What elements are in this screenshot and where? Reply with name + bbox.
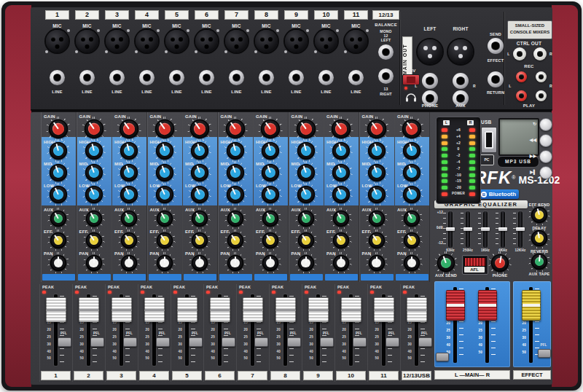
channel-5-gain-knob[interactable] [190,119,209,138]
channel-7-fader[interactable] [243,297,263,322]
channel-6-pfl-button[interactable] [222,337,235,347]
media-repeat-button[interactable] [539,118,552,131]
media-next-button[interactable] [539,150,552,163]
channel-1-high-knob[interactable] [50,142,67,160]
channel-9-high-knob[interactable] [332,142,350,160]
channel-2-low-knob[interactable] [85,186,103,203]
channel-10-aux-knob[interactable] [369,211,385,227]
channel-10-eff-knob[interactable] [369,232,385,248]
media-previous-button[interactable] [539,134,552,147]
eq-band-4KHz-slider[interactable] [498,227,507,231]
channel-3-high-knob[interactable] [120,142,138,160]
channel-4-pfl-button[interactable] [156,337,170,347]
afl-button[interactable]: AFL [462,255,488,275]
channel-8-pan-knob[interactable] [298,255,314,271]
channel-2-mid-knob[interactable] [85,164,103,181]
aux-send-knob[interactable] [437,254,455,272]
channel-7-high-knob[interactable] [262,142,279,160]
channel-11-low-knob[interactable] [403,186,420,203]
channel-1-pan-knob[interactable] [50,255,66,271]
channel-10-mid-knob[interactable] [368,164,386,181]
channel-5-aux-knob[interactable] [192,211,208,227]
channel-11-aux-knob[interactable] [404,211,420,227]
channel-6-gain-knob[interactable] [226,119,245,138]
channel-6-aux-knob[interactable] [227,211,243,227]
channel-7-pan-knob[interactable] [262,255,278,271]
channel-9-pan-knob[interactable] [333,255,349,271]
channel-11-mid-knob[interactable] [403,164,420,181]
channel-5-pfl-button[interactable] [189,337,203,347]
channel-5-low-knob[interactable] [191,186,208,203]
channel-9-gain-knob[interactable] [332,119,351,138]
channel-11-gain-knob[interactable] [402,119,421,138]
channel-5-mid-knob[interactable] [191,164,208,181]
channel-7-low-knob[interactable] [262,186,279,203]
channel-8-high-knob[interactable] [297,142,315,160]
channel-1-gain-knob[interactable] [49,119,68,138]
channel-10-low-knob[interactable] [368,186,386,203]
eq-band-1KHz-slider[interactable] [481,227,490,231]
channel-2-pan-knob[interactable] [86,255,102,271]
channel-4-fader[interactable] [144,297,165,322]
channel-4-high-knob[interactable] [156,142,173,160]
channel-1-fader[interactable] [46,297,66,322]
channel-6-mid-knob[interactable] [227,164,244,181]
channel-5-high-knob[interactable] [191,142,208,160]
channel-9-low-knob[interactable] [332,186,350,203]
channel-9-mid-knob[interactable] [332,164,350,181]
channel-10-fader[interactable] [341,297,361,322]
channel-11-eff-knob[interactable] [404,232,420,248]
channel-4-gain-knob[interactable] [155,119,174,138]
main-left-fader[interactable] [446,290,465,321]
channel-3-pfl-button[interactable] [123,337,137,347]
channel-4-aux-knob[interactable] [157,211,173,227]
channel-5-pan-knob[interactable] [192,255,208,271]
channel-7-aux-knob[interactable] [262,211,278,227]
channel-4-pan-knob[interactable] [157,255,173,271]
channel-10-high-knob[interactable] [368,142,386,160]
channel-1-pfl-button[interactable] [58,337,71,347]
main-right-fader[interactable] [478,290,497,321]
channel-7-eff-knob[interactable] [262,232,278,248]
channel-4-mid-knob[interactable] [156,164,173,181]
delay-knob[interactable] [531,230,547,246]
channel-2-pfl-button[interactable] [90,337,104,347]
channel-8-low-knob[interactable] [297,186,315,203]
effect-pfl-button[interactable] [538,349,551,358]
channel-4-eff-knob[interactable] [157,232,173,248]
channel-3-low-knob[interactable] [120,186,138,203]
channel-11-high-knob[interactable] [403,142,420,160]
channel-12/13USB-pfl-button[interactable] [418,337,432,347]
channel-10-gain-knob[interactable] [367,119,386,138]
channel-1-eff-knob[interactable] [50,232,66,248]
channel-10-pan-knob[interactable] [369,255,385,271]
channel-10-pfl-button[interactable] [353,337,367,347]
main-pfl-button[interactable] [436,353,449,361]
channel-3-pan-knob[interactable] [121,255,137,271]
channel-8-eff-knob[interactable] [298,232,314,248]
channel-1-mid-knob[interactable] [50,164,67,181]
media-play-pause-button[interactable] [539,166,552,179]
channel-9-fader[interactable] [308,297,329,322]
channel-7-mid-knob[interactable] [262,164,279,181]
channel-8-aux-knob[interactable] [298,211,314,227]
channel-11-fader[interactable] [374,297,394,322]
channel-9-pfl-button[interactable] [320,337,334,347]
channel-9-eff-knob[interactable] [333,232,349,248]
channel-6-high-knob[interactable] [227,142,244,160]
phone-level-knob[interactable] [491,254,509,272]
channel-1-aux-knob[interactable] [50,211,66,227]
channel-7-pfl-button[interactable] [254,337,268,347]
channel-2-gain-knob[interactable] [85,119,103,138]
channel-3-eff-knob[interactable] [121,232,137,248]
channel-8-mid-knob[interactable] [297,164,315,181]
channel-3-fader[interactable] [111,297,132,322]
channel-3-mid-knob[interactable] [120,164,138,181]
eq-band-63Hz-slider[interactable] [446,227,455,231]
channel-6-eff-knob[interactable] [227,232,243,248]
channel-3-gain-knob[interactable] [120,119,138,138]
channel-2-aux-knob[interactable] [86,211,102,227]
channel-8-gain-knob[interactable] [297,119,316,138]
channel-12/13USB-fader[interactable] [407,297,427,322]
channel-3-aux-knob[interactable] [121,211,137,227]
